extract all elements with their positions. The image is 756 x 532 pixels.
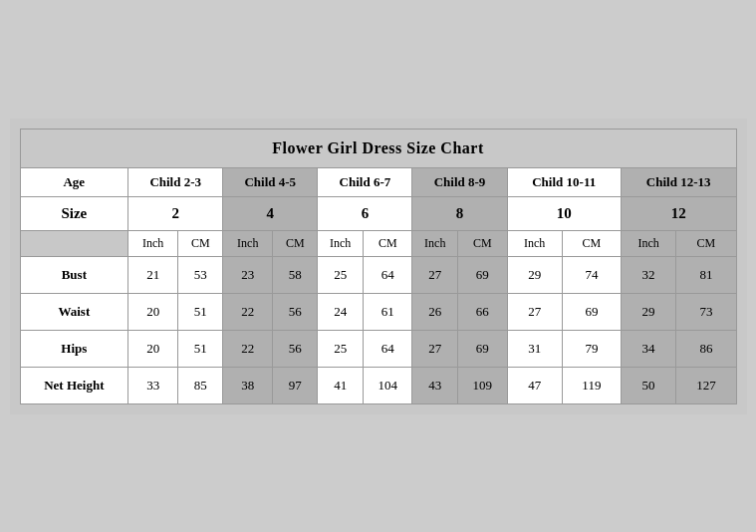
unit-row: Inch CM Inch CM Inch CM Inch CM Inch CM … xyxy=(20,230,736,256)
bust-inch-4: 29 xyxy=(507,256,562,293)
bust-cm-1: 58 xyxy=(273,256,318,293)
net-height-inch-4: 47 xyxy=(507,367,562,403)
bust-cm-3: 69 xyxy=(458,256,507,293)
waist-cm-1: 56 xyxy=(273,293,318,330)
waist-cm-0: 51 xyxy=(178,293,223,330)
table-title: Flower Girl Dress Size Chart xyxy=(20,129,736,167)
net-height-cm-0: 85 xyxy=(178,367,223,403)
size-label: Size xyxy=(20,196,128,230)
waist-inch-5: 29 xyxy=(621,293,675,330)
waist-row: Waist 20 51 22 56 24 61 26 66 27 69 29 7… xyxy=(20,293,736,330)
unit-inch-5: Inch xyxy=(621,230,675,256)
hips-cm-2: 64 xyxy=(364,330,412,367)
size-8: 8 xyxy=(412,196,507,230)
bust-inch-1: 23 xyxy=(223,256,273,293)
hips-cm-1: 56 xyxy=(273,330,318,367)
unit-cm-5: CM xyxy=(676,230,736,256)
size-12: 12 xyxy=(621,196,736,230)
hips-cm-0: 51 xyxy=(178,330,223,367)
net-height-cm-1: 97 xyxy=(273,367,318,403)
hips-row: Hips 20 51 22 56 25 64 27 69 31 79 34 86 xyxy=(20,330,736,367)
hips-inch-4: 31 xyxy=(507,330,562,367)
bust-row: Bust 21 53 23 58 25 64 27 69 29 74 32 81 xyxy=(20,256,736,293)
bust-inch-5: 32 xyxy=(621,256,675,293)
waist-cm-2: 61 xyxy=(364,293,412,330)
hips-cm-4: 79 xyxy=(562,330,621,367)
waist-inch-4: 27 xyxy=(507,293,562,330)
bust-inch-0: 21 xyxy=(128,256,178,293)
unit-inch-4: Inch xyxy=(507,230,562,256)
net-height-cm-2: 104 xyxy=(364,367,412,403)
net-height-cm-4: 119 xyxy=(562,367,621,403)
unit-inch-2: Inch xyxy=(318,230,364,256)
unit-inch-1: Inch xyxy=(223,230,273,256)
bust-cm-2: 64 xyxy=(364,256,412,293)
unit-cm-1: CM xyxy=(273,230,318,256)
waist-inch-3: 26 xyxy=(412,293,458,330)
bust-cm-4: 74 xyxy=(562,256,621,293)
waist-cm-3: 66 xyxy=(458,293,507,330)
age-row: Age Child 2-3 Child 4-5 Child 6-7 Child … xyxy=(20,167,736,196)
unit-empty xyxy=(20,230,128,256)
bust-inch-3: 27 xyxy=(412,256,458,293)
hips-inch-1: 22 xyxy=(223,330,273,367)
waist-inch-2: 24 xyxy=(318,293,364,330)
size-row: Size 2 4 6 8 10 12 xyxy=(20,196,736,230)
net-height-inch-1: 38 xyxy=(223,367,273,403)
age-label: Age xyxy=(20,167,128,196)
size-6: 6 xyxy=(318,196,412,230)
net-height-inch-5: 50 xyxy=(621,367,675,403)
net-height-inch-2: 41 xyxy=(318,367,364,403)
size-4: 4 xyxy=(223,196,318,230)
size-2: 2 xyxy=(128,196,223,230)
age-child-4-5: Child 4-5 xyxy=(223,167,318,196)
hips-cm-5: 86 xyxy=(676,330,736,367)
unit-cm-4: CM xyxy=(562,230,621,256)
waist-label: Waist xyxy=(20,293,128,330)
net-height-cm-5: 127 xyxy=(676,367,736,403)
hips-label: Hips xyxy=(20,330,128,367)
age-child-10-11: Child 10-11 xyxy=(507,167,621,196)
unit-cm-0: CM xyxy=(178,230,223,256)
net-height-inch-3: 43 xyxy=(412,367,458,403)
bust-cm-0: 53 xyxy=(178,256,223,293)
title-row: Flower Girl Dress Size Chart xyxy=(20,129,736,167)
unit-inch-3: Inch xyxy=(412,230,458,256)
net-height-cm-3: 109 xyxy=(458,367,507,403)
unit-cm-2: CM xyxy=(364,230,412,256)
waist-cm-4: 69 xyxy=(562,293,621,330)
table-wrapper: Flower Girl Dress Size Chart Age Child 2… xyxy=(10,119,747,414)
unit-cm-3: CM xyxy=(458,230,507,256)
age-child-8-9: Child 8-9 xyxy=(412,167,507,196)
hips-inch-3: 27 xyxy=(412,330,458,367)
size-chart-table: Flower Girl Dress Size Chart Age Child 2… xyxy=(20,129,737,404)
hips-inch-5: 34 xyxy=(621,330,675,367)
hips-inch-2: 25 xyxy=(318,330,364,367)
age-child-12-13: Child 12-13 xyxy=(621,167,736,196)
net-height-inch-0: 33 xyxy=(128,367,178,403)
age-child-2-3: Child 2-3 xyxy=(128,167,223,196)
bust-inch-2: 25 xyxy=(318,256,364,293)
hips-cm-3: 69 xyxy=(458,330,507,367)
age-child-6-7: Child 6-7 xyxy=(318,167,412,196)
hips-inch-0: 20 xyxy=(128,330,178,367)
net-height-row: Net Height 33 85 38 97 41 104 43 109 47 … xyxy=(20,367,736,403)
unit-inch-0: Inch xyxy=(128,230,178,256)
waist-inch-1: 22 xyxy=(223,293,273,330)
waist-cm-5: 73 xyxy=(676,293,736,330)
waist-inch-0: 20 xyxy=(128,293,178,330)
net-height-label: Net Height xyxy=(20,367,128,403)
bust-label: Bust xyxy=(20,256,128,293)
bust-cm-5: 81 xyxy=(676,256,736,293)
size-10: 10 xyxy=(507,196,621,230)
